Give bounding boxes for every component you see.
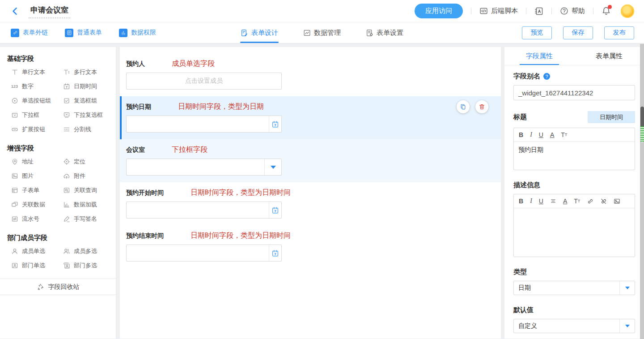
tab-form-properties[interactable]: 表单属性 (574, 47, 644, 65)
canvas-field-row[interactable]: 预约日期日期时间字段，类型为日期 (120, 96, 501, 139)
palette-item-number[interactable]: 123数字 (11, 79, 63, 94)
recycle-icon (37, 283, 44, 291)
member-field-input[interactable]: 点击设置成员 (126, 73, 282, 90)
toolbar-item-data-permission[interactable]: 数据权限 (119, 29, 156, 37)
page-scrollbar-thumb[interactable] (640, 107, 644, 142)
default-value-select[interactable]: 自定义 (513, 319, 635, 333)
align-button[interactable] (550, 198, 556, 204)
checkbox-group-icon (63, 97, 70, 104)
type-select[interactable]: 日期 (513, 281, 635, 295)
palette-item-member-single[interactable]: 成员单选 (11, 244, 63, 258)
palette-item-label: 成员单选 (22, 247, 45, 255)
publish-button[interactable]: 发布 (604, 26, 634, 39)
palette-item-checkbox-group[interactable]: 复选框组 (63, 94, 114, 108)
palette-item-address[interactable]: 地址 (11, 154, 63, 169)
palette-item-signature[interactable]: 手写签名 (63, 212, 114, 226)
save-button[interactable]: 保存 (563, 26, 593, 39)
palette-item-datetime[interactable]: 日期时间 (63, 79, 114, 94)
bold-button[interactable]: B (519, 197, 523, 205)
palette-item-related-data[interactable]: 关联数据 (11, 197, 63, 212)
palette-item-multi-select[interactable]: 下拉复选框 (63, 108, 114, 122)
field-label: 会议室 (126, 146, 145, 154)
palette-item-location[interactable]: 定位 (63, 154, 114, 169)
data-manage-icon (303, 29, 311, 37)
related-data-icon (11, 201, 18, 208)
plain-form-icon (65, 29, 73, 37)
tab-data-manage[interactable]: 数据管理 (303, 22, 341, 43)
title-editor: BIUATT 预约日期 (513, 128, 635, 170)
description-editor-toolbar: BIUATT (514, 194, 635, 208)
contacts-button[interactable] (534, 7, 543, 16)
canvas-field-row[interactable]: 预约开始时间日期时间字段，类型为日期时间 (120, 182, 501, 225)
divider-icon (63, 126, 70, 133)
palette-item-subform[interactable]: 子表单 (11, 183, 63, 197)
notification-dot (608, 5, 612, 9)
palette-item-extend-button[interactable]: 扩展按钮 (11, 122, 63, 137)
palette-item-radio-group[interactable]: 单选按钮组 (11, 94, 63, 108)
link-button[interactable] (587, 198, 593, 205)
select-field-input[interactable] (126, 159, 282, 176)
page-title[interactable]: 申请会议室 (29, 4, 70, 18)
tab-form-settings[interactable]: 表单设置 (365, 22, 404, 43)
date-field-input[interactable] (126, 245, 282, 262)
canvas-field-row[interactable]: 预约人成员单选字段点击设置成员 (120, 53, 501, 96)
user-avatar[interactable] (621, 4, 634, 18)
insert-image-button[interactable] (614, 198, 620, 205)
palette-item-attachment[interactable]: 附件 (63, 169, 114, 183)
palette-item-label: 关联查询 (74, 186, 97, 194)
app-access-button[interactable]: 应用访问 (415, 4, 463, 18)
font-color-button[interactable]: A (550, 131, 554, 138)
image-icon (11, 172, 18, 180)
palette-item-label: 关联数据 (22, 201, 45, 209)
palette-item-data-load[interactable]: 数据加载 (63, 197, 114, 212)
italic-button[interactable]: I (530, 197, 532, 205)
delete-field-button[interactable] (475, 100, 488, 113)
font-size-button[interactable]: TT (574, 197, 580, 205)
backend-script-button[interactable]: 后端脚本 (479, 7, 518, 15)
unlink-button[interactable] (600, 198, 607, 205)
date-field-input[interactable] (126, 202, 282, 219)
palette-item-image[interactable]: 图片 (11, 169, 63, 183)
form-canvas[interactable]: 预约人成员单选字段点击设置成员预约日期日期时间字段，类型为日期会议室下拉框字段预… (120, 47, 501, 339)
copy-field-button[interactable] (457, 100, 470, 113)
palette-item-dept-multi[interactable]: 部门多选 (63, 258, 114, 273)
toolbar-item-link[interactable]: 表单外链 (11, 29, 48, 37)
font-color-button[interactable]: A (563, 197, 567, 205)
palette-item-multi-text[interactable]: 多行文本 (63, 65, 114, 79)
italic-button[interactable]: I (530, 131, 532, 138)
palette-item-label: 扩展按钮 (22, 125, 45, 133)
font-size-button[interactable]: TT (561, 131, 567, 138)
toolbar-item-plain-form[interactable]: 普通表单 (65, 29, 102, 37)
tab-field-properties[interactable]: 字段属性 (504, 47, 574, 65)
palette-item-divider[interactable]: 分割线 (63, 122, 114, 137)
canvas-field-row[interactable]: 预约结束时间日期时间字段，类型为日期时间 (120, 225, 501, 268)
palette-item-related-query[interactable]: 关联查询 (63, 183, 114, 197)
preview-button[interactable]: 预览 (522, 26, 552, 39)
palette-item-select[interactable]: 下拉框 (11, 108, 63, 122)
description-editor-content[interactable] (514, 208, 635, 257)
underline-button[interactable]: U (539, 131, 543, 138)
question-icon[interactable]: ? (543, 73, 550, 80)
palette-section-title: 部门成员字段 (0, 226, 116, 244)
tab-label: 表单设置 (377, 29, 403, 37)
member-multi-icon (63, 248, 70, 255)
notifications-button[interactable] (602, 6, 611, 16)
canvas-field-row[interactable]: 会议室下拉框字段 (120, 139, 501, 182)
recycle-bin-button[interactable]: 字段回收站 (0, 279, 116, 295)
palette-item-member-multi[interactable]: 成员多选 (63, 244, 114, 258)
field-alias-input[interactable] (513, 85, 635, 100)
underline-button[interactable]: U (539, 197, 543, 205)
chevron-left-icon (11, 7, 20, 16)
help-button[interactable]: 帮助 (560, 7, 585, 15)
title-editor-content[interactable]: 预约日期 (514, 142, 635, 170)
date-field-input[interactable] (126, 116, 282, 133)
bold-button[interactable]: B (519, 131, 523, 138)
palette-item-single-text[interactable]: 单行文本 (11, 65, 63, 79)
signature-icon (63, 215, 70, 223)
palette-item-label: 部门单选 (22, 262, 45, 270)
palette-item-dept-single[interactable]: 部门单选 (11, 258, 63, 273)
back-button[interactable] (11, 7, 20, 16)
page-scrollbar[interactable] (640, 44, 644, 339)
palette-item-serial-number[interactable]: 流水号 (11, 212, 63, 226)
tab-form-design[interactable]: 表单设计 (240, 22, 279, 43)
